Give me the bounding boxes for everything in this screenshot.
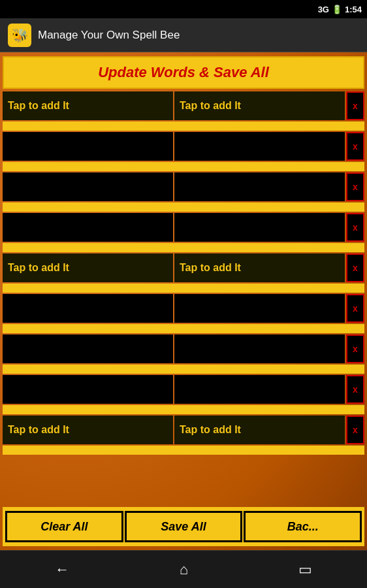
word-cell-6-2[interactable] xyxy=(174,294,345,323)
nav-bar: ← ⌂ ▭ xyxy=(0,550,367,588)
app-icon: 🐝 xyxy=(8,24,31,47)
word-cell-1-1[interactable]: Tap to add It xyxy=(3,91,173,120)
title-bar: 🐝 Manage Your Own Spell Bee xyxy=(0,18,367,52)
app-title: Manage Your Own Spell Bee xyxy=(38,29,180,42)
delete-icon: x xyxy=(353,222,358,233)
header-banner: Update Words & Save All xyxy=(3,56,364,89)
back-button[interactable]: Bac... xyxy=(244,511,362,542)
back-arrow-icon: ← xyxy=(55,561,69,578)
delete-icon: x xyxy=(353,101,358,111)
stripe-3 xyxy=(3,203,364,212)
battery-icon: 🔋 xyxy=(332,5,342,14)
delete-icon: x xyxy=(353,263,358,273)
time-display: 1:54 xyxy=(345,5,362,14)
stripe-6 xyxy=(3,324,364,333)
word-cell-2-2[interactable] xyxy=(174,132,345,161)
word-cell-5-1[interactable]: Tap to add It xyxy=(3,253,173,282)
bottom-buttons: Clear All Save All Bac... xyxy=(3,507,364,546)
word-cell-5-2[interactable]: Tap to add It xyxy=(174,253,345,282)
word-row: Tap to add It Tap to add It x xyxy=(3,416,364,444)
word-row: x xyxy=(3,335,364,363)
delete-button-5[interactable]: x xyxy=(346,253,364,282)
stripe-9 xyxy=(3,446,364,455)
home-icon: ⌂ xyxy=(180,561,188,578)
delete-button-3[interactable]: x xyxy=(346,172,364,201)
word-cell-2-1[interactable] xyxy=(3,132,173,161)
network-indicator: 3G xyxy=(318,5,329,14)
word-cell-1-2[interactable]: Tap to add It xyxy=(174,91,345,120)
nav-home-button[interactable]: ⌂ xyxy=(167,556,201,583)
word-row: x xyxy=(3,375,364,404)
nav-recents-button[interactable]: ▭ xyxy=(285,556,325,583)
word-cell-label: Tap to add It xyxy=(8,424,69,436)
delete-button-2[interactable]: x xyxy=(346,132,364,161)
word-cell-label: Tap to add It xyxy=(180,262,241,274)
main-content: Update Words & Save All Tap to add It Ta… xyxy=(0,52,367,550)
word-cell-8-2[interactable] xyxy=(174,375,345,404)
word-row: x xyxy=(3,213,364,242)
word-row: Tap to add It Tap to add It x xyxy=(3,91,364,120)
delete-icon: x xyxy=(353,425,358,435)
stripe-2 xyxy=(3,162,364,171)
content-panel: Update Words & Save All Tap to add It Ta… xyxy=(0,52,367,550)
word-cell-4-2[interactable] xyxy=(174,213,345,242)
delete-button-8[interactable]: x xyxy=(346,375,364,404)
stripe-1 xyxy=(3,122,364,131)
recents-icon: ▭ xyxy=(298,561,312,578)
word-cell-6-1[interactable] xyxy=(3,294,173,323)
delete-icon: x xyxy=(353,303,358,314)
delete-button-1[interactable]: x xyxy=(346,91,364,120)
word-cell-3-1[interactable] xyxy=(3,172,173,201)
word-cell-9-1[interactable]: Tap to add It xyxy=(3,416,173,444)
word-row: x xyxy=(3,294,364,323)
word-cell-9-2[interactable]: Tap to add It xyxy=(174,416,345,444)
rows-container: Tap to add It Tap to add It x x xyxy=(3,91,364,504)
word-cell-label: Tap to add It xyxy=(8,262,69,274)
stripe-4 xyxy=(3,243,364,252)
word-cell-8-1[interactable] xyxy=(3,375,173,404)
bee-emoji: 🐝 xyxy=(12,27,28,43)
word-cell-label: Tap to add It xyxy=(180,100,241,112)
word-row: x xyxy=(3,172,364,201)
delete-icon: x xyxy=(353,141,358,152)
nav-back-button[interactable]: ← xyxy=(42,556,82,583)
stripe-8 xyxy=(3,405,364,414)
delete-icon: x xyxy=(353,344,358,354)
header-text: Update Words & Save All xyxy=(98,64,269,80)
word-cell-3-2[interactable] xyxy=(174,172,345,201)
delete-button-6[interactable]: x xyxy=(346,294,364,323)
delete-button-4[interactable]: x xyxy=(346,213,364,242)
status-bar: 3G 🔋 1:54 xyxy=(0,0,367,18)
word-cell-7-2[interactable] xyxy=(174,335,345,363)
delete-icon: x xyxy=(353,182,358,192)
word-cell-7-1[interactable] xyxy=(3,335,173,363)
delete-button-9[interactable]: x xyxy=(346,416,364,444)
word-cell-label: Tap to add It xyxy=(8,100,69,112)
stripe-7 xyxy=(3,365,364,374)
delete-button-7[interactable]: x xyxy=(346,335,364,363)
word-row: Tap to add It Tap to add It x xyxy=(3,253,364,282)
delete-icon: x xyxy=(353,384,358,395)
clear-all-button[interactable]: Clear All xyxy=(5,511,123,542)
save-all-button[interactable]: Save All xyxy=(125,511,243,542)
stripe-5 xyxy=(3,284,364,293)
word-cell-label: Tap to add It xyxy=(180,424,241,436)
word-cell-4-1[interactable] xyxy=(3,213,173,242)
word-row: x xyxy=(3,132,364,161)
